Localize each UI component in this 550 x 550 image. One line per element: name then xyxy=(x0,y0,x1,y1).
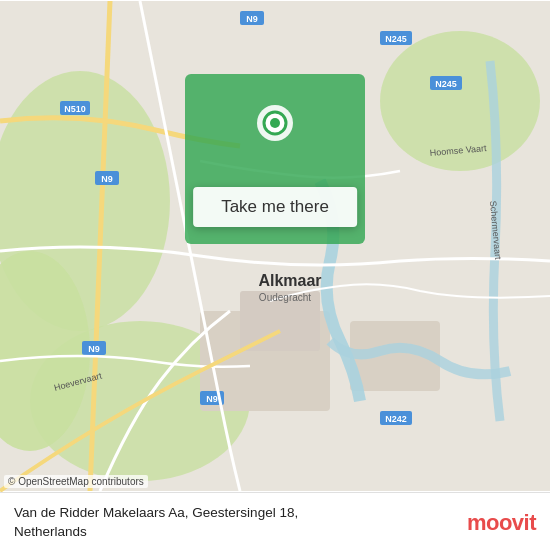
svg-text:N245: N245 xyxy=(385,34,407,44)
address-text: Van de Ridder Makelaars Aa, Geestersinge… xyxy=(14,504,457,542)
app-container: N9 N510 N9 N245 N245 N9 N9 N242 xyxy=(0,0,550,550)
svg-text:Alkmaar: Alkmaar xyxy=(258,272,321,289)
moovit-logo-text: moovit xyxy=(467,510,536,536)
moovit-logo: moovit xyxy=(467,510,536,536)
osm-attribution: © OpenStreetMap contributors xyxy=(4,475,148,488)
map-area: N9 N510 N9 N245 N245 N9 N9 N242 xyxy=(0,0,550,492)
svg-text:N510: N510 xyxy=(64,104,86,114)
svg-text:N242: N242 xyxy=(385,414,407,424)
map-pin xyxy=(255,103,295,157)
take-me-there-button[interactable]: Take me there xyxy=(193,187,357,227)
svg-point-32 xyxy=(270,118,280,128)
svg-text:N9: N9 xyxy=(88,344,100,354)
svg-text:N9: N9 xyxy=(101,174,113,184)
svg-text:N245: N245 xyxy=(435,79,457,89)
svg-text:N9: N9 xyxy=(246,14,258,24)
footer: Van de Ridder Makelaars Aa, Geestersinge… xyxy=(0,492,550,550)
svg-text:Oudegracht: Oudegracht xyxy=(259,292,311,303)
svg-text:N9: N9 xyxy=(206,394,218,404)
